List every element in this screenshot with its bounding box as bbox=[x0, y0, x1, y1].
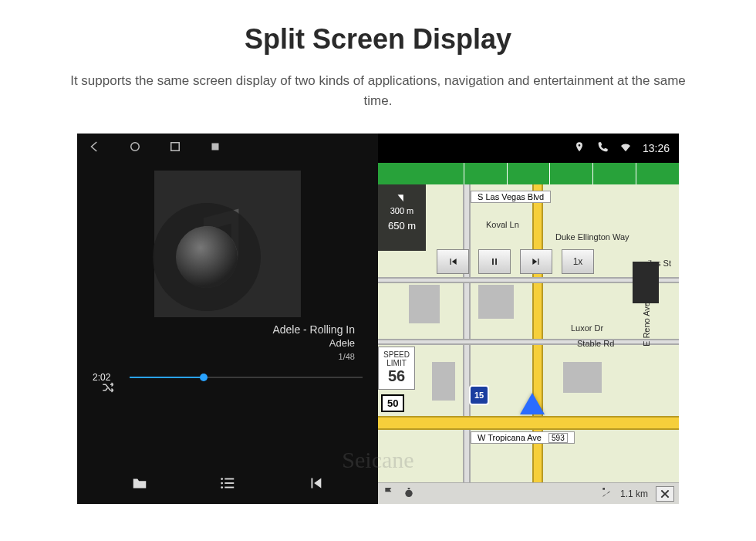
seek-bar[interactable] bbox=[130, 377, 363, 378]
status-bar: 13:26 bbox=[378, 134, 679, 163]
device-screenshot: Adele - Rolling In Adele 1/48 2:02 bbox=[77, 134, 679, 504]
street-label: Stable Rd bbox=[577, 339, 614, 348]
map-next-button[interactable] bbox=[520, 249, 552, 274]
street-label: S Las Vegas Blvd bbox=[471, 191, 551, 203]
map-speed-button[interactable]: 1x bbox=[562, 249, 594, 274]
lane-arrow-icon bbox=[464, 163, 507, 184]
lane-arrow-icon bbox=[549, 163, 592, 184]
track-title: Adele - Rolling In bbox=[77, 323, 378, 336]
progress-row: 2:02 bbox=[77, 361, 378, 383]
svg-rect-9 bbox=[492, 259, 494, 265]
playlist-icon[interactable] bbox=[218, 475, 238, 495]
home-icon[interactable] bbox=[128, 140, 142, 157]
svg-point-7 bbox=[221, 486, 223, 489]
folder-icon[interactable] bbox=[130, 475, 150, 495]
shuffle-icon[interactable] bbox=[100, 380, 116, 397]
building bbox=[563, 362, 602, 393]
svg-rect-2 bbox=[212, 144, 219, 150]
phone-icon bbox=[596, 141, 609, 156]
map-canvas[interactable]: S Las Vegas Blvd Koval Ln Duke Ellington… bbox=[378, 184, 679, 482]
street-label: Duke Ellington Way bbox=[555, 232, 629, 242]
street-label: iles St bbox=[648, 259, 671, 268]
music-controls bbox=[77, 475, 378, 495]
svg-rect-6 bbox=[224, 482, 234, 484]
svg-point-3 bbox=[221, 478, 223, 480]
overview-icon[interactable] bbox=[168, 140, 182, 157]
svg-point-5 bbox=[221, 482, 223, 485]
track-counter: 1/48 bbox=[77, 352, 378, 361]
turn-instruction: 300 m 650 m bbox=[378, 184, 426, 251]
svg-rect-1 bbox=[171, 143, 180, 151]
svg-rect-8 bbox=[224, 487, 234, 489]
building bbox=[478, 285, 514, 319]
building bbox=[633, 262, 659, 303]
wifi-icon bbox=[619, 141, 632, 156]
svg-point-11 bbox=[405, 490, 412, 497]
map-pause-button[interactable] bbox=[478, 249, 511, 274]
road bbox=[463, 184, 471, 482]
stopwatch-icon[interactable] bbox=[403, 486, 415, 501]
vehicle-cursor bbox=[520, 393, 545, 414]
close-button[interactable] bbox=[656, 486, 674, 502]
navigation-pane: 13:26 S Las Vegas Blvd Koval Ln bbox=[378, 134, 679, 504]
prev-track-icon[interactable] bbox=[305, 475, 326, 495]
svg-rect-4 bbox=[224, 478, 234, 480]
road bbox=[378, 339, 679, 345]
street-label: E Reno Ave bbox=[642, 302, 651, 347]
android-nav-bar bbox=[77, 134, 378, 163]
lane-arrow-icon bbox=[636, 163, 679, 184]
lane-arrow-icon bbox=[507, 163, 550, 184]
recent-app-icon[interactable] bbox=[208, 140, 222, 157]
turn-distance: 300 m bbox=[390, 206, 414, 215]
building bbox=[432, 362, 455, 401]
lane-guidance bbox=[378, 163, 679, 184]
map-media-controls: 1x bbox=[437, 249, 594, 274]
status-clock: 13:26 bbox=[643, 142, 670, 154]
svg-rect-10 bbox=[495, 259, 497, 265]
street-label: Koval Ln bbox=[486, 220, 519, 229]
music-pane: Adele - Rolling In Adele 1/48 2:02 bbox=[77, 134, 378, 504]
svg-rect-12 bbox=[408, 488, 410, 489]
joystick-overlay[interactable] bbox=[176, 226, 238, 288]
nav-bottom-bar: 1.1 km bbox=[378, 482, 679, 504]
location-icon bbox=[573, 141, 586, 156]
trip-distance: 1.1 km bbox=[620, 489, 648, 499]
map-prev-button[interactable] bbox=[437, 249, 469, 274]
turn-distance-big: 650 m bbox=[388, 220, 416, 232]
svg-point-0 bbox=[131, 143, 140, 151]
speed-limit-sign: SPEED LIMIT 56 bbox=[378, 347, 415, 390]
lane-arrow-icon bbox=[592, 163, 636, 184]
street-label: Luxor Dr bbox=[571, 323, 603, 333]
route-shield: 50 bbox=[381, 394, 404, 412]
building bbox=[409, 285, 440, 323]
route-flag-icon[interactable] bbox=[600, 486, 613, 501]
artist-name: Adele bbox=[77, 337, 378, 349]
page-description: It supports the same screen display of t… bbox=[46, 71, 710, 110]
back-icon[interactable] bbox=[88, 140, 102, 157]
interstate-shield: 15 bbox=[469, 385, 489, 405]
dest-flag-icon[interactable] bbox=[383, 486, 395, 501]
page-title: Split Screen Display bbox=[0, 23, 756, 56]
street-label: W Tropicana Ave 593 bbox=[471, 431, 575, 444]
lane-arrow-icon bbox=[421, 163, 464, 184]
road bbox=[378, 416, 679, 430]
